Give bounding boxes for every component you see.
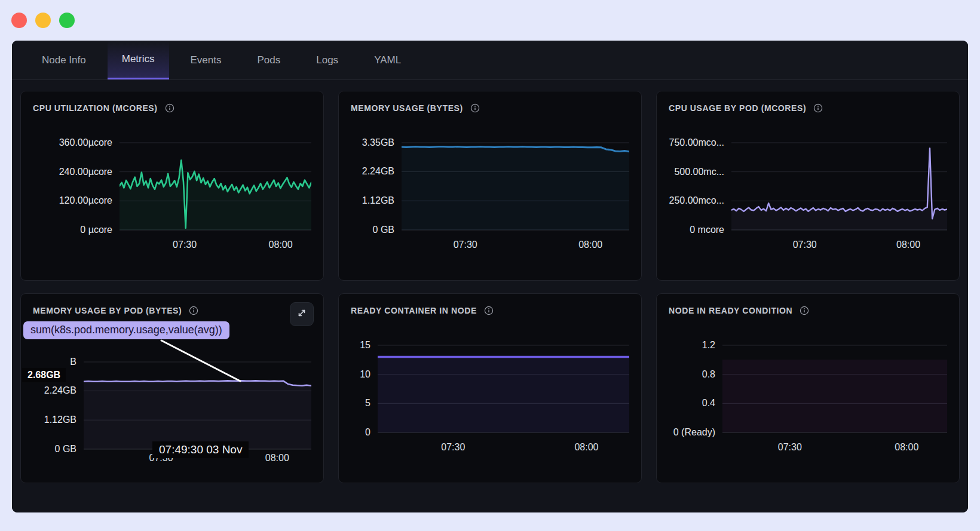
info-icon[interactable] <box>189 306 198 315</box>
panel-header: CPU USAGE BY POD (MCORES) <box>669 102 947 114</box>
y-axis-labels: 3.35GB2.24GB1.12GB0 GB <box>351 142 402 231</box>
panel-header: READY CONTAINER IN NODE <box>351 305 629 317</box>
panel-ready-container-in-node: READY CONTAINER IN NODE 151050 07:3008:0… <box>338 293 642 483</box>
x-tick-label: 08:00 <box>578 240 602 250</box>
y-tick-label: 0.4 <box>702 397 715 409</box>
metrics-grid: CPU UTILIZATION (MCORES) 360.00µcore240.… <box>12 80 968 512</box>
plot-area[interactable]: 07:3008:00 <box>378 344 629 456</box>
panel-title: MEMORY USAGE (BYTES) <box>351 103 463 113</box>
info-icon[interactable] <box>165 103 174 113</box>
hover-time-label: 07:49:30 03 Nov <box>152 441 249 458</box>
y-axis-labels: 151050 <box>351 344 378 434</box>
y-axis-labels: 1.20.80.40 (Ready) <box>669 344 722 434</box>
info-icon[interactable] <box>813 103 823 113</box>
x-axis-labels: 07:3008:00 <box>120 240 311 254</box>
zoom-button[interactable] <box>59 13 75 28</box>
line-chart <box>722 344 947 434</box>
minimize-button[interactable] <box>35 13 51 28</box>
y-tick-label: 2.24GB <box>44 385 76 397</box>
y-tick-label: 10 <box>360 369 370 380</box>
line-chart <box>378 344 629 434</box>
y-tick-label: B <box>70 356 76 368</box>
x-tick-label: 07:30 <box>173 240 197 250</box>
x-axis-labels: 07:3008:00 <box>402 240 629 254</box>
y-tick-label: 500.00mc... <box>674 166 724 178</box>
x-tick-label: 08:00 <box>265 453 289 464</box>
y-tick-label: 360.00µcore <box>59 137 112 149</box>
plot-area[interactable]: 07:3008:00 <box>722 344 947 456</box>
metric-formula-tooltip: sum(k8s.pod.memory.usage,value(avg)) <box>23 321 229 339</box>
panel-cpu-usage-by-pod: CPU USAGE BY POD (MCORES) 750.00mco...50… <box>656 91 960 281</box>
panel-header: CPU UTILIZATION (MCORES) <box>33 102 311 114</box>
tab-bar: Node Info Metrics Events Pods Logs YAML <box>12 41 968 80</box>
x-tick-label: 08:00 <box>574 442 598 453</box>
y-tick-label: 2.24GB <box>362 165 394 177</box>
tab-yaml[interactable]: YAML <box>360 41 415 79</box>
y-tick-label: 0 GB <box>373 224 394 236</box>
panel-header: MEMORY USAGE BY POD (BYTES) <box>33 305 311 317</box>
tab-node-info[interactable]: Node Info <box>27 41 100 79</box>
y-tick-label: 750.00mco... <box>669 137 725 149</box>
y-tick-label: 0 GB <box>55 443 76 455</box>
x-tick-label: 07:30 <box>441 442 465 453</box>
chart-cpu-utilization: 360.00µcore240.00µcore120.00µcore0 µcore… <box>33 142 311 254</box>
y-tick-label: 0 (Ready) <box>673 426 715 438</box>
line-chart <box>402 142 629 231</box>
x-tick-label: 07:30 <box>454 240 477 250</box>
hover-value-label: 2.68GB <box>22 368 66 382</box>
expand-chart-button[interactable] <box>290 302 314 326</box>
plot-area[interactable]: 07:3008:00 <box>120 142 311 254</box>
panel-header: NODE IN READY CONDITION <box>669 305 947 317</box>
y-tick-label: 0 mcore <box>690 224 724 236</box>
y-tick-label: 0 µcore <box>80 224 112 236</box>
line-chart <box>731 142 947 231</box>
tab-metrics[interactable]: Metrics <box>108 41 169 79</box>
info-icon[interactable] <box>484 306 494 315</box>
close-button[interactable] <box>11 13 27 28</box>
panel-cpu-utilization: CPU UTILIZATION (MCORES) 360.00µcore240.… <box>20 91 324 281</box>
panel-title: NODE IN READY CONDITION <box>669 306 792 315</box>
panel-title: CPU UTILIZATION (MCORES) <box>33 103 158 113</box>
panel-title: READY CONTAINER IN NODE <box>351 306 477 315</box>
panel-memory-usage-by-pod: MEMORY USAGE BY POD (BYTES) sum(k8s.pod.… <box>20 293 324 483</box>
y-tick-label: 0 <box>365 426 370 438</box>
y-tick-label: 0.8 <box>702 369 715 380</box>
app-window: Node Info Metrics Events Pods Logs YAML … <box>12 41 968 512</box>
x-axis-labels: 07:3008:00 <box>722 442 947 456</box>
y-axis-labels: 750.00mco...500.00mc...250.00mco...0 mco… <box>669 142 731 231</box>
y-tick-label: 1.12GB <box>362 195 394 207</box>
window-controls <box>11 13 75 28</box>
plot-area[interactable]: 07:3008:00 <box>402 142 629 254</box>
x-tick-label: 07:30 <box>793 240 817 250</box>
x-tick-label: 08:00 <box>895 442 918 453</box>
x-tick-label: 08:00 <box>896 240 920 250</box>
panel-title: MEMORY USAGE BY POD (BYTES) <box>33 306 182 315</box>
x-tick-label: 08:00 <box>269 240 293 250</box>
chart-memory-usage: 3.35GB2.24GB1.12GB0 GB 07:3008:00 <box>351 142 629 254</box>
line-chart <box>120 142 311 231</box>
x-axis-labels: 07:3008:00 <box>378 442 629 456</box>
chart-ready-container: 151050 07:3008:00 <box>351 344 629 456</box>
info-icon[interactable] <box>470 103 480 113</box>
tab-events[interactable]: Events <box>176 41 236 79</box>
y-tick-label: 1.2 <box>702 339 715 351</box>
x-tick-label: 07:30 <box>778 442 802 453</box>
x-axis-labels: 07:3008:00 <box>731 240 947 254</box>
chart-node-ready: 1.20.80.40 (Ready) 07:3008:00 <box>669 344 947 456</box>
y-tick-label: 15 <box>360 339 370 351</box>
chart-cpu-usage-by-pod: 750.00mco...500.00mc...250.00mco...0 mco… <box>669 142 947 254</box>
panel-header: MEMORY USAGE (BYTES) <box>351 102 629 114</box>
expand-icon <box>296 308 307 321</box>
y-tick-label: 240.00µcore <box>59 166 112 178</box>
tab-pods[interactable]: Pods <box>243 41 295 79</box>
tab-logs[interactable]: Logs <box>302 41 353 79</box>
y-tick-label: 1.12GB <box>44 414 76 426</box>
plot-area[interactable]: 07:3008:00 <box>731 142 947 254</box>
y-tick-label: 5 <box>365 397 370 409</box>
y-tick-label: 3.35GB <box>362 137 394 149</box>
panel-node-in-ready-condition: NODE IN READY CONDITION 1.20.80.40 (Read… <box>656 293 960 483</box>
panel-title: CPU USAGE BY POD (MCORES) <box>669 103 806 113</box>
line-chart <box>84 361 311 450</box>
y-tick-label: 120.00µcore <box>59 195 112 207</box>
info-icon[interactable] <box>800 306 809 315</box>
